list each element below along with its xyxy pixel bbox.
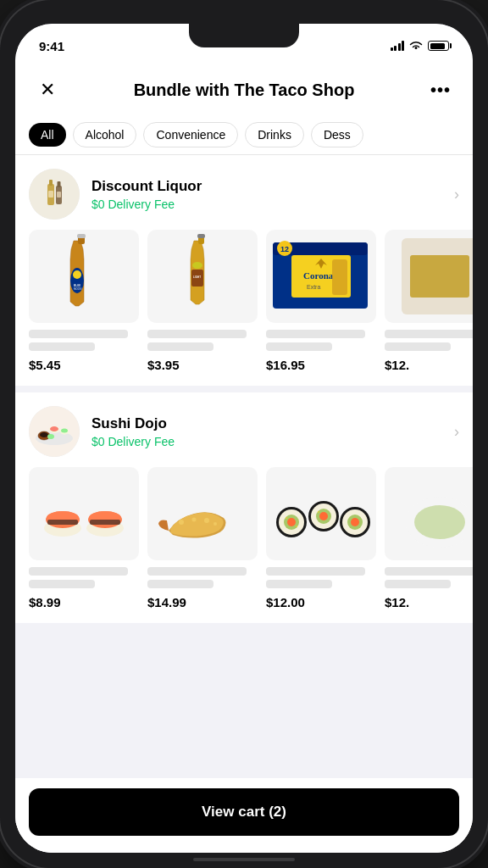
svg-rect-44 <box>47 520 78 525</box>
product-name-line-short <box>29 580 95 588</box>
product-card-blue-moon[interactable]: BLUE MOON $5.45 <box>29 230 139 372</box>
product-card-light[interactable]: LIGHT $3.95 <box>147 230 258 372</box>
product-price-light: $3.95 <box>147 358 258 372</box>
store-name-liquor: Discount Liquor <box>92 178 447 195</box>
svg-rect-2 <box>49 180 53 186</box>
close-icon: ✕ <box>40 79 55 101</box>
product-name-line-short <box>266 580 332 588</box>
svg-text:Extra: Extra <box>307 284 320 290</box>
app-header: ✕ Bundle with The Taco Shop ••• <box>15 61 473 115</box>
product-price-corona: $16.95 <box>266 358 376 372</box>
svg-point-17 <box>192 262 202 269</box>
store-avatar-liquor <box>29 169 80 220</box>
notch <box>189 24 299 47</box>
svg-text:12: 12 <box>280 245 289 253</box>
svg-point-57 <box>319 512 328 520</box>
product-card-sushi-4[interactable]: $12. <box>385 467 473 609</box>
products-liquor: BLUE MOON $5.45 <box>15 230 473 386</box>
product-image-light: LIGHT <box>147 230 258 323</box>
product-image-salmon <box>29 467 139 560</box>
product-price-roll: $12.00 <box>266 595 376 609</box>
product-name-line-short <box>266 342 332 351</box>
status-icons <box>391 41 450 51</box>
svg-point-10 <box>73 270 81 279</box>
product-name-line-short <box>147 342 214 351</box>
svg-point-36 <box>61 429 68 433</box>
phone-frame: 9:41 <box>0 0 488 868</box>
product-price-salmon: $8.99 <box>29 595 139 609</box>
store-delivery-sushi: $0 Delivery Fee <box>92 435 447 448</box>
product-card-roll[interactable]: $12.00 <box>266 467 376 609</box>
product-name-line-short <box>385 342 451 351</box>
svg-point-46 <box>179 520 184 525</box>
svg-text:MOON: MOON <box>74 287 81 291</box>
product-name-line <box>385 330 473 338</box>
product-image-corona: 12 Corona Extra <box>266 230 376 323</box>
product-name-line-short <box>147 580 214 588</box>
store-header-sushi[interactable]: Sushi Dojo $0 Delivery Fee › <box>15 392 473 467</box>
store-info-sushi: Sushi Dojo $0 Delivery Fee <box>92 415 447 448</box>
svg-rect-28 <box>410 255 469 298</box>
more-button[interactable]: ••• <box>425 75 456 105</box>
svg-point-66 <box>414 505 465 539</box>
product-card-tempura[interactable]: $14.99 <box>147 467 258 609</box>
home-indicator <box>193 858 295 861</box>
product-image-4 <box>385 230 473 323</box>
tab-convenience[interactable]: Convenience <box>143 122 238 147</box>
product-image-roll <box>266 467 376 560</box>
product-name-line <box>29 330 128 338</box>
svg-rect-45 <box>90 520 120 525</box>
product-name-line <box>147 567 247 576</box>
product-name-line-short <box>29 342 95 351</box>
store-name-sushi: Sushi Dojo <box>92 415 447 432</box>
phone-screen: 9:41 <box>15 24 473 853</box>
product-card-4[interactable]: $12. <box>385 230 473 372</box>
product-name-line <box>266 567 365 576</box>
product-price-sushi-4: $12. <box>385 595 473 609</box>
chevron-icon-liquor: › <box>454 186 459 203</box>
store-delivery-liquor: $0 Delivery Fee <box>92 198 447 211</box>
product-name-line <box>29 567 128 576</box>
view-cart-button[interactable]: View cart (2) <box>29 788 459 836</box>
product-price-4: $12. <box>385 358 473 372</box>
svg-rect-4 <box>58 181 61 187</box>
svg-point-62 <box>286 517 287 519</box>
scroll-content: Discount Liquor $0 Delivery Fee › <box>15 155 473 778</box>
status-time: 9:41 <box>39 39 64 53</box>
store-info-liquor: Discount Liquor $0 Delivery Fee <box>92 178 447 211</box>
svg-rect-26 <box>332 259 347 295</box>
svg-point-64 <box>318 511 319 513</box>
svg-point-34 <box>50 426 58 431</box>
store-header-liquor[interactable]: Discount Liquor $0 Delivery Fee › <box>15 155 473 230</box>
product-name-line-short <box>385 580 451 588</box>
tab-desserts[interactable]: Dess <box>311 122 363 147</box>
product-card-salmon[interactable]: $8.99 <box>29 467 139 609</box>
product-card-corona[interactable]: 12 Corona Extra <box>266 230 376 372</box>
more-icon: ••• <box>430 81 451 100</box>
svg-rect-8 <box>77 234 86 238</box>
svg-point-37 <box>47 434 54 439</box>
product-price-tempura: $14.99 <box>147 595 258 609</box>
chevron-icon-sushi: › <box>454 423 459 441</box>
signal-icon <box>391 41 405 51</box>
svg-point-53 <box>287 518 296 526</box>
svg-point-61 <box>351 518 359 526</box>
tab-drinks[interactable]: Drinks <box>245 122 304 147</box>
svg-point-49 <box>214 522 217 526</box>
wifi-icon <box>409 41 423 51</box>
svg-rect-14 <box>197 234 205 238</box>
store-avatar-sushi <box>29 406 80 457</box>
product-image-tempura <box>147 467 258 560</box>
product-name-line <box>266 330 365 338</box>
battery-icon <box>428 41 449 51</box>
product-name-line <box>147 330 247 338</box>
product-name-line <box>385 567 473 576</box>
page-title: Bundle with The Taco Shop <box>63 81 425 100</box>
store-section-sushi: Sushi Dojo $0 Delivery Fee › <box>15 392 473 623</box>
close-button[interactable]: ✕ <box>32 75 63 105</box>
tab-alcohol[interactable]: Alcohol <box>73 122 137 147</box>
svg-point-32 <box>40 432 48 437</box>
tab-all[interactable]: All <box>29 123 66 147</box>
svg-rect-6 <box>57 192 61 198</box>
filter-tabs: All Alcohol Convenience Drinks Dess <box>15 115 473 155</box>
